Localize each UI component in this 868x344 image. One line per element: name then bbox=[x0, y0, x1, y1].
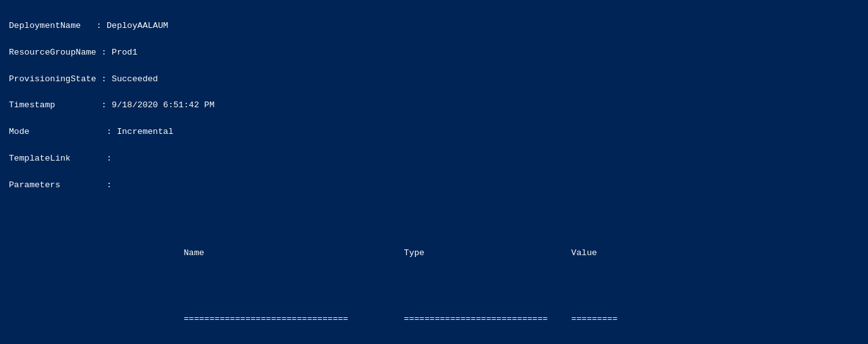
terminal-output: DeploymentName : DeployAALAUM ResourceGr… bbox=[9, 6, 859, 344]
sep-type: ============================ bbox=[296, 313, 473, 326]
col-header-type: Type bbox=[296, 247, 473, 260]
label-template-link: TemplateLink bbox=[9, 152, 70, 166]
table-header-row: Name Type Value bbox=[9, 234, 859, 274]
field-timestamp: Timestamp : 9/18/2020 6:51:42 PM bbox=[9, 99, 859, 112]
table-separator-row: ================================ =======… bbox=[9, 300, 859, 340]
parameters-table: Name Type Value ========================… bbox=[9, 207, 859, 344]
field-resource-group: ResourceGroupName : Prod1 bbox=[9, 46, 859, 60]
col-header-value: Value bbox=[473, 247, 596, 260]
field-template-link: TemplateLink : bbox=[9, 152, 859, 166]
label-deployment: DeploymentName bbox=[9, 20, 81, 33]
sep-value: ========= bbox=[473, 313, 617, 326]
value-deployment: DeployAALAUM bbox=[107, 21, 168, 30]
value-provisioning: Succeeded bbox=[112, 74, 158, 84]
field-provisioning: ProvisioningState : Succeeded bbox=[9, 73, 859, 86]
label-parameters: Parameters bbox=[9, 179, 60, 192]
field-mode: Mode : Incremental bbox=[9, 126, 859, 139]
value-mode: Incremental bbox=[117, 127, 173, 136]
label-timestamp: Timestamp bbox=[9, 99, 55, 112]
label-resource-group: ResourceGroupName bbox=[9, 46, 96, 60]
value-timestamp: 9/18/2020 6:51:42 PM bbox=[112, 100, 214, 110]
field-deployment-name: DeploymentName : DeployAALAUM bbox=[9, 20, 859, 33]
col-header-name: Name bbox=[29, 247, 296, 260]
label-mode: Mode bbox=[9, 126, 29, 139]
value-resource-group: Prod1 bbox=[112, 48, 138, 57]
label-provisioning: ProvisioningState bbox=[9, 73, 96, 86]
sep-name: ================================ bbox=[29, 313, 296, 326]
field-parameters: Parameters : bbox=[9, 179, 859, 192]
